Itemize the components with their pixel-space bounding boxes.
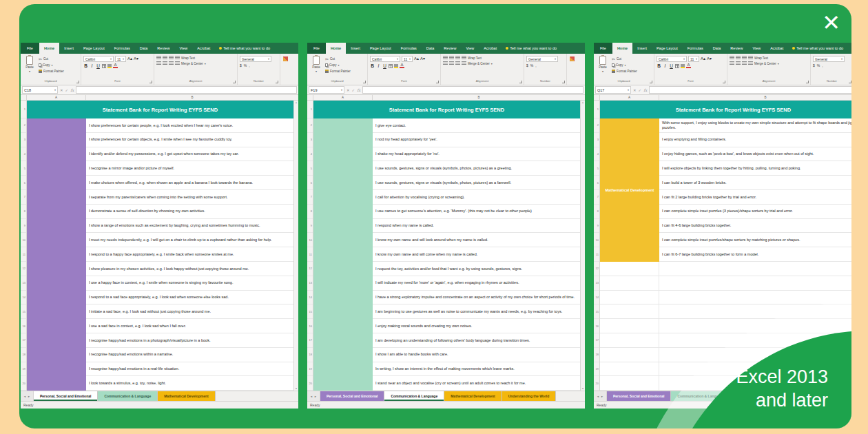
format-painter-button[interactable]: Format Painter bbox=[612, 69, 637, 74]
row-number[interactable]: 5 bbox=[594, 161, 599, 176]
statement-cell[interactable]: I show pleasure in my chosen activities,… bbox=[86, 262, 293, 276]
statement-cell[interactable]: I use sounds, gestures, signs or visuals… bbox=[373, 176, 580, 189]
italic-button[interactable]: I bbox=[90, 63, 94, 68]
statement-cell[interactable]: I request the toy, activities and/or foo… bbox=[373, 262, 580, 276]
row-number[interactable]: 7 bbox=[594, 190, 599, 205]
underline-button[interactable]: U bbox=[669, 63, 674, 68]
statement-cell[interactable]: I know my own name and will come when my… bbox=[373, 247, 580, 261]
close-button[interactable]: ✕ bbox=[822, 8, 840, 37]
tab-view[interactable]: View bbox=[461, 43, 479, 54]
statement-cell[interactable]: I initiate a sad face, e.g. I look sad w… bbox=[86, 304, 293, 318]
scroll-up-icon[interactable]: ▲ bbox=[581, 101, 583, 104]
tell-me-box[interactable]: Tell me what you want to do bbox=[788, 43, 847, 54]
category-block[interactable] bbox=[313, 118, 373, 391]
underline-button[interactable]: U bbox=[96, 63, 101, 68]
select-all-corner[interactable] bbox=[594, 95, 600, 100]
paste-button[interactable]: Paste ▾ bbox=[23, 56, 37, 73]
vertical-scrollbar[interactable]: ▲ ▼ bbox=[293, 101, 298, 391]
sheet-tab[interactable]: Personal, Social and Emotional bbox=[320, 391, 384, 401]
row-number[interactable]: 16 bbox=[21, 319, 26, 333]
row-number[interactable]: 19 bbox=[594, 362, 599, 377]
statement-cell[interactable]: I enjoy making vocal sounds and creating… bbox=[373, 319, 580, 333]
font-color-icon[interactable]: A bbox=[113, 63, 118, 68]
row-number[interactable]: 17 bbox=[307, 333, 313, 348]
sheet-title-cell[interactable]: Statement Bank for Report Writing EYFS S… bbox=[313, 101, 580, 118]
row-number[interactable]: 11 bbox=[307, 247, 313, 262]
statement-cell[interactable]: I recognise happy/sad emotions within a … bbox=[86, 348, 293, 362]
percent-format-button[interactable]: % bbox=[244, 63, 247, 68]
row-number[interactable]: 20 bbox=[21, 376, 26, 391]
row-number[interactable]: 3 bbox=[307, 133, 313, 147]
fx-icon[interactable]: fx bbox=[357, 88, 360, 92]
row-number[interactable]: 19 bbox=[21, 362, 26, 377]
tab-home[interactable]: Home bbox=[326, 43, 346, 54]
conditional-formatting-icon[interactable] bbox=[570, 56, 575, 61]
statement-cell[interactable] bbox=[659, 276, 851, 290]
tab-insert[interactable]: Insert bbox=[632, 43, 652, 54]
row-number[interactable]: 6 bbox=[21, 176, 26, 190]
row-number[interactable]: 7 bbox=[21, 190, 26, 205]
sheet-tab[interactable]: Personal, Social and Emotional bbox=[607, 391, 671, 401]
tab-formulas[interactable]: Formulas bbox=[110, 43, 135, 54]
cut-button[interactable]: ✂ Cut bbox=[612, 56, 637, 61]
currency-format-button[interactable]: $ bbox=[240, 63, 242, 68]
comma-format-button[interactable]: , bbox=[535, 63, 536, 68]
shrink-font-button[interactable]: A▾ bbox=[707, 56, 712, 61]
formula-input[interactable] bbox=[76, 86, 297, 94]
statement-cell[interactable]: I respond when my name is called. bbox=[373, 219, 580, 233]
column-header-b[interactable]: B bbox=[86, 95, 298, 100]
statement-cell[interactable]: I respond to a sad face appropriately, e… bbox=[86, 291, 293, 304]
tab-home[interactable]: Home bbox=[612, 43, 632, 54]
formula-input[interactable] bbox=[362, 86, 583, 94]
percent-format-button[interactable]: % bbox=[530, 63, 533, 68]
number-format-select[interactable]: General ▾ bbox=[526, 56, 558, 62]
scroll-up-icon[interactable]: ▲ bbox=[295, 101, 297, 104]
align-right-icon[interactable] bbox=[169, 61, 174, 65]
align-middle-icon[interactable] bbox=[449, 56, 454, 60]
statement-cell[interactable]: I identify and/or defend my possessions,… bbox=[86, 147, 293, 161]
row-number[interactable]: 6 bbox=[307, 176, 313, 190]
wrap-text-icon[interactable] bbox=[748, 56, 753, 60]
statement-cell[interactable] bbox=[659, 262, 851, 276]
paste-button[interactable]: Paste ▾ bbox=[596, 56, 610, 73]
format-painter-button[interactable]: Format Painter bbox=[325, 69, 351, 74]
cut-button[interactable]: ✂ Cut bbox=[325, 56, 351, 61]
tab-home[interactable]: Home bbox=[39, 43, 59, 54]
wrap-text-icon[interactable] bbox=[462, 56, 466, 60]
row-number[interactable]: 10 bbox=[21, 233, 26, 247]
row-number[interactable]: 8 bbox=[594, 205, 599, 219]
sheet-tab[interactable]: Mathematical Development bbox=[158, 391, 215, 401]
tab-view[interactable]: View bbox=[174, 43, 192, 54]
statement-cell[interactable]: I will indicate my need for 'more' or 'a… bbox=[373, 276, 580, 290]
number-format-select[interactable]: General ▾ bbox=[240, 56, 271, 62]
dialog-launcher-icon[interactable] bbox=[519, 81, 522, 83]
bold-button[interactable]: B bbox=[83, 63, 88, 68]
dialog-launcher-icon[interactable] bbox=[363, 81, 366, 83]
name-box[interactable]: Q17 ▾ bbox=[595, 86, 631, 94]
vertical-scrollbar[interactable]: ▲ ▼ bbox=[580, 101, 585, 391]
statement-cell[interactable]: I look towards a stimulus, e.g. toy, noi… bbox=[86, 376, 293, 390]
conditional-formatting-icon[interactable] bbox=[283, 56, 288, 61]
enter-icon[interactable]: ✓ bbox=[65, 88, 69, 92]
cell-a[interactable] bbox=[600, 348, 659, 362]
statement-cell[interactable]: I use sounds, gestures, signs or visuals… bbox=[373, 161, 580, 175]
row-number[interactable]: 15 bbox=[594, 304, 599, 319]
font-size-select[interactable]: 11 ▾ bbox=[402, 56, 413, 62]
row-number[interactable]: 1 bbox=[21, 101, 26, 118]
column-header-b[interactable]: B bbox=[373, 95, 585, 100]
formula-input[interactable] bbox=[649, 86, 851, 94]
row-number[interactable]: 5 bbox=[21, 161, 26, 176]
statement-cell[interactable]: I nod my head appropriately for 'yes'. bbox=[373, 133, 580, 147]
row-number[interactable]: 10 bbox=[307, 233, 313, 247]
cell-a[interactable] bbox=[600, 362, 659, 376]
tab-view[interactable]: View bbox=[747, 43, 765, 54]
copy-button[interactable]: Copy ▾ bbox=[325, 63, 351, 68]
tab-file[interactable]: File bbox=[594, 43, 612, 54]
category-block[interactable] bbox=[27, 118, 86, 391]
row-number[interactable]: 16 bbox=[594, 319, 599, 333]
statement-cell[interactable]: I can build a tower of 3 wooden bricks. bbox=[659, 176, 851, 189]
grow-font-button[interactable]: A▴ bbox=[127, 56, 132, 61]
row-number[interactable]: 20 bbox=[307, 376, 313, 391]
category-block[interactable]: Mathematical Development bbox=[600, 118, 659, 262]
statement-cell[interactable]: I have a strong exploratory impulse and … bbox=[373, 291, 580, 304]
